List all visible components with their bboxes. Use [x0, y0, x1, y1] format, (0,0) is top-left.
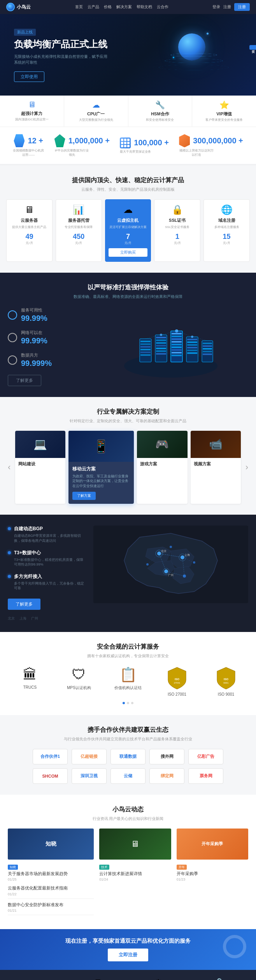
nav-links: 首页 云产品 价格 解决方案 帮助文档 云合作	[75, 4, 168, 10]
stat-num-extra: 300,000,000 +	[193, 136, 243, 145]
feature-desc-3: 客户带来更安全的专业服务	[195, 118, 253, 122]
solution-card-3[interactable]: 📹 视频方案	[191, 431, 241, 504]
feature-item-3[interactable]: ⭐ VIP增值 客户带来更安全的专业服务	[192, 96, 256, 127]
news-item-2[interactable]: 开年 开年采购季 01/23	[177, 863, 248, 881]
svg-rect-11	[156, 342, 166, 344]
partners-subtitle: 与行业领先合作伙伴共同建立完善的云技术平台和产品服务体系覆盖全行业	[8, 736, 248, 742]
partner-logo-7[interactable]: 云储	[110, 768, 146, 784]
cta-register-button[interactable]: 立即注册	[108, 949, 148, 961]
nav-price[interactable]: 价格	[104, 4, 112, 10]
news-img-2[interactable]: 开年采购季	[177, 829, 248, 860]
solutions-prev-button[interactable]: ‹	[6, 462, 12, 472]
nav-register[interactable]: 注册	[223, 4, 231, 10]
stat-label-extra: 规模以上营收万以达到万以打造	[179, 148, 214, 157]
hosting-icon: 📊	[59, 204, 98, 215]
solutions-subtitle: 针对特定行业、定制化的安全、强大、可靠的基础配置和全面云产品	[6, 418, 250, 424]
partner-logo-8[interactable]: 绑定网	[149, 768, 184, 784]
feature-item-0[interactable]: 🖥 超强计算力 国内顶级IDC机房运营一	[0, 96, 64, 127]
news-item-0[interactable]: 知晓 关于服务器市场的最新发展趋势 01/25	[8, 863, 94, 881]
partner-logo-0[interactable]: 合作伙伴1	[33, 749, 68, 764]
register-button[interactable]: 注册	[234, 3, 250, 11]
solution-title-0: 网站建设	[18, 461, 62, 467]
side-tag[interactable]: 反馈	[249, 45, 256, 50]
nav-solutions[interactable]: 解决方案	[116, 4, 132, 10]
news-img-1[interactable]: 🖥	[99, 829, 171, 860]
rel-num-1: 99.99%	[21, 336, 47, 345]
stats-section: 12 + 全国规模数据中心机房运营—— 1,000,000 + IP平台的完整数…	[0, 127, 256, 165]
partner-row-1: 合作伙伴1 亿超链接 联通数据 搜外网 亿彩广告	[8, 749, 248, 764]
product-card-4[interactable]: 🌐 域名注册 多种域名注册服务 15 元/月	[203, 199, 250, 261]
news-item-extra[interactable]: 云服务器优化配置最新技术指南 01/22	[8, 885, 94, 898]
stat-label-0: 全国规模数据中心机房运营——	[13, 148, 44, 157]
news-tag-2: 开年	[177, 865, 187, 870]
product-name-2: 云虚拟主机	[109, 218, 148, 223]
feature-item-1[interactable]: ☁ CPU广一 大型完整数据为行业领先	[64, 96, 128, 127]
nav-login[interactable]: 登录	[212, 4, 220, 10]
solutions-next-button[interactable]: ›	[244, 462, 250, 472]
product-card-1[interactable]: 📊 服务器托管 专业托管服务有保障 450 元/月	[56, 199, 102, 261]
cert-name-4: ISO 9001	[209, 692, 244, 696]
solution-card-0[interactable]: 💻 网站建设	[15, 431, 65, 504]
feature-desc-2: 和安全使用标准安全	[132, 118, 189, 122]
news-section: 小鸟云动态 行业资讯 用户最关心的云知识和行业新闻 知晓 知晓 关于服务器市场的…	[0, 795, 256, 929]
solution-card-1[interactable]: 📱 移动云方案 为政府、医院、军工及金融行业量身定制的一体化云解决方案，让贵业务…	[68, 431, 134, 504]
svg-rect-26	[186, 337, 198, 362]
product-price-2: 7	[126, 233, 130, 240]
solution-title-2: 游戏方案	[140, 461, 184, 467]
hero-subtitle: 无限接纳小成长充裕弹性和流量自然管控量，赋予应用系统的可靠性	[14, 54, 107, 65]
feature-title-1: CPU广一	[67, 111, 125, 117]
nav-products[interactable]: 云产品	[88, 4, 99, 10]
reliability-more-button[interactable]: 了解更多	[8, 375, 41, 386]
product-name-1: 服务器托管	[59, 218, 98, 223]
reliability-title: 以严苛标准打造强悍弹性体验	[8, 284, 248, 292]
news-item-extra2[interactable]: 数据中心安全防护新标准发布 01/21	[8, 902, 94, 915]
rel-title-1: 网络可以在	[21, 330, 47, 336]
product-price-0: 49	[25, 233, 33, 240]
partner-logo-4[interactable]: 亿彩广告	[188, 749, 223, 764]
net-title-0: 自建动态BGP	[14, 526, 86, 532]
hero-content: 新品上线 负载均衡产品正式上线 无限接纳小成长充裕弹性和流量自然管控量，赋予应用…	[14, 28, 107, 82]
products-subtitle: 云服务、弹性、安全、无限制的产品顶尖机房控制面板	[6, 187, 250, 192]
partner-logo-2[interactable]: 联通数据	[110, 749, 146, 764]
isometric-graphic	[93, 315, 248, 378]
svg-rect-7	[140, 354, 151, 356]
network-more-button[interactable]: 了解更多	[8, 599, 40, 610]
feature-item-2[interactable]: 🔧 HSM合作 和安全使用标准安全	[128, 96, 193, 127]
product-name-4: 域名注册	[207, 218, 246, 223]
news-col-3: 开年采购季 开年 开年采购季 01/23	[177, 829, 248, 918]
nav-home[interactable]: 首页	[75, 4, 83, 10]
logo[interactable]: 小鸟云	[6, 3, 31, 11]
network-left: 自建动态BGP 自建动态BGP带宽资源丰富，多线路智能切换，保障各地用户高速访问…	[8, 526, 86, 621]
product-card-3[interactable]: 🔒 SSL证书 SSL安全证书服务 1 元/月	[154, 199, 200, 261]
hero-cta-button[interactable]: 立即使用	[14, 71, 44, 82]
solutions-title: 行业专属解决方案定制	[6, 408, 250, 416]
news-tag-0: 知晓	[8, 865, 18, 870]
feature-title-3: VIP增值	[195, 111, 253, 117]
rel-title-0: 服务可用性	[21, 307, 47, 313]
cert-name-2: 价值机构认证结	[110, 685, 146, 691]
product-card-0[interactable]: 🖥 云服务器 提供大量云服务主机产品 49 元/月	[6, 199, 53, 261]
stat-num-1: 1,000,000 +	[68, 136, 110, 145]
partner-logo-1[interactable]: 亿超链接	[72, 749, 107, 764]
cert-name-1: MPS认证机构	[61, 685, 96, 691]
products-section: 提供国内顶尖、快速、稳定的云计算产品 云服务、弹性、安全、无限制的产品顶尖机房控…	[0, 165, 256, 272]
partner-logo-6[interactable]: 深圳卫视	[72, 768, 107, 784]
product-card-2[interactable]: ☁ 云虚拟主机 灵活可扩展云存储解决方案 7 元/月 立即购买	[105, 199, 151, 261]
reliability-subtitle: 数据准确、最高标准、网络资源的全面来运行时效果和严格保障	[8, 294, 248, 299]
partner-logo-3[interactable]: 搜外网	[149, 749, 184, 764]
nav-partner[interactable]: 云合作	[157, 4, 168, 10]
news-img-0[interactable]: 知晓	[8, 829, 94, 860]
solution-card-2[interactable]: 🎮 游戏方案	[137, 431, 187, 504]
cta-section: 现在注册，享受独家首通双云产品和优化方面的服务 立即注册	[0, 929, 256, 970]
partner-logo-5[interactable]: SHCOM	[33, 768, 68, 784]
buy-button-2[interactable]: 立即购买	[109, 248, 148, 257]
product-unit-2: 元/月	[109, 241, 148, 245]
cert-1: 🛡 MPS认证机构	[61, 667, 96, 696]
nav-help[interactable]: 帮助文档	[137, 4, 152, 10]
svg-rect-37	[203, 351, 212, 352]
news-item-1[interactable]: 技术 云计算技术新进展详情 01/24	[99, 863, 171, 881]
solution-img-2: 🎮	[137, 431, 187, 458]
solution-more-button[interactable]: 了解方案	[72, 492, 96, 500]
svg-rect-15	[156, 353, 166, 355]
partner-logo-9[interactable]: 票务网	[188, 768, 223, 784]
